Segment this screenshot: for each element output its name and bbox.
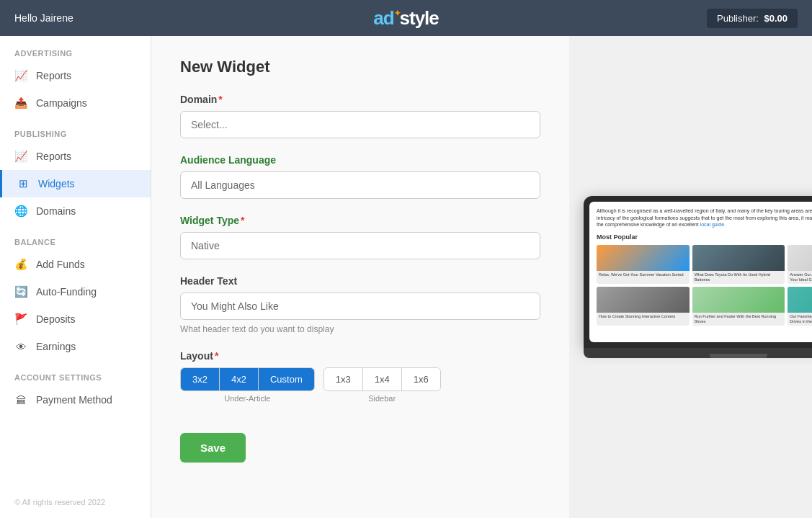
sidebar-section-advertising: Advertising [0, 36, 151, 62]
eye-icon: 👁 [14, 340, 27, 353]
topbar-logo: ad✦style [373, 7, 439, 30]
sidebar-item-auto-funding[interactable]: 🔄 Auto-Funding [0, 278, 151, 305]
audience-language-label: Audience Language [180, 154, 540, 166]
mock-card-nature: Our Favorite Road Trips From the Most Be… [788, 287, 812, 326]
sidebar-item-campaigns[interactable]: 📤 Campaigns [0, 89, 151, 117]
sidebar-item-label: Domains [36, 205, 76, 217]
sidebar-section-publishing: Publishing [0, 117, 151, 143]
layout-btn-custom[interactable]: Custom [259, 368, 314, 390]
sidebar-item-domains[interactable]: 🌐 Domains [0, 197, 151, 225]
sidebar-item-label: Widgets [38, 178, 75, 189]
sidebar-item-reports-publishing[interactable]: 📈 Reports [0, 143, 151, 170]
logo-dot: ✦ [394, 9, 400, 17]
share-icon: 📤 [14, 97, 27, 110]
mock-card-shoes: Run Further and Faster With the Best Run… [692, 287, 785, 326]
sidebar-section-account: Account Settings [0, 360, 151, 386]
domain-input[interactable] [180, 111, 540, 138]
sidebar-item-label: Add Funds [36, 259, 85, 270]
header-text-label: Header Text [180, 275, 540, 287]
layout-under-article: 3x2 4x2 Custom Under-Article [180, 367, 315, 403]
sidebar-section-balance: Balance [0, 225, 151, 251]
logo-ad: ad [373, 7, 393, 29]
layout-group: Layout* 3x2 4x2 Custom Under-Article [180, 350, 540, 403]
header-text-group: Header Text What header text do you want… [180, 275, 540, 334]
sidebar-item-payment-method[interactable]: 🏛 Payment Method [0, 386, 151, 414]
domain-group: Domain* [180, 94, 540, 138]
logo-style: style [400, 7, 439, 29]
sidebar-item-add-funds[interactable]: 💰 Add Funds [0, 251, 151, 278]
flag-icon: 🚩 [14, 313, 27, 326]
mock-grid-top: Relax, We've Got Your Summer Vacation So… [597, 245, 812, 284]
layout-btn-1x4[interactable]: 1x4 [363, 368, 402, 390]
sidebar-item-label: Reports [36, 70, 71, 81]
form-area: New Widget Domain* Audience Language Wid… [151, 36, 569, 518]
mock-card-beach: Relax, We've Got Your Summer Vacation So… [597, 245, 690, 284]
layout-label: Layout* [180, 350, 540, 362]
sidebar-item-deposits[interactable]: 🚩 Deposits [0, 305, 151, 333]
sidebar-buttons: 1x3 1x4 1x6 [324, 367, 441, 391]
widget-type-input[interactable] [180, 232, 540, 259]
chart-icon-2: 📈 [14, 150, 27, 163]
mock-grid-bottom: How to Create Stunning Interactive Conte… [597, 287, 812, 326]
bank-icon: 🏛 [14, 393, 27, 406]
layout-btn-3x2[interactable]: 3x2 [181, 368, 220, 390]
sidebar-item-label: Auto-Funding [36, 286, 97, 298]
sidebar-item-label: Payment Method [36, 394, 112, 406]
chart-icon: 📈 [14, 69, 27, 82]
sidebar-item-widgets[interactable]: ⊞ Widgets [0, 170, 151, 197]
sidebar-footer: © All rights reserved 2022 [0, 486, 151, 518]
widget-type-group: Widget Type* [180, 215, 540, 259]
laptop-preview: Although it is recognised as a well-trav… [584, 196, 812, 359]
sidebar-item-label: Reports [36, 151, 71, 162]
sidebar-label: Sidebar [368, 394, 396, 403]
layout-btn-4x2[interactable]: 4x2 [220, 368, 259, 390]
mock-card-camera: How to Create Stunning Interactive Conte… [597, 287, 690, 326]
sidebar-item-label: Campaigns [36, 97, 87, 109]
mock-card-car: What Does Toyota Do With Its Used Hybrid… [692, 245, 785, 284]
domain-label: Domain* [180, 94, 540, 105]
sidebar-item-reports-advertising[interactable]: 📈 Reports [0, 62, 151, 89]
sidebar-item-label: Earnings [36, 341, 76, 352]
layout-btn-1x3[interactable]: 1x3 [324, 368, 363, 390]
topbar: Hello Jairene ad✦style Publisher: $0.00 [0, 0, 812, 36]
save-button[interactable]: Save [180, 433, 246, 463]
sidebar-item-earnings[interactable]: 👁 Earnings [0, 333, 151, 360]
audience-language-input[interactable] [180, 171, 540, 199]
layout-btn-1x6[interactable]: 1x6 [402, 368, 440, 390]
header-text-input[interactable] [180, 293, 540, 320]
layout-sidebar: 1x3 1x4 1x6 Sidebar [324, 367, 441, 403]
mock-brand: ... by ad⚙style [597, 329, 812, 336]
publisher-info: Publisher: $0.00 [707, 9, 798, 28]
widgets-icon: ⊞ [17, 177, 30, 190]
header-hint: What header text do you want to display [180, 324, 540, 334]
widget-type-label: Widget Type* [180, 215, 540, 226]
mock-card-eye: Answer Our Advanced Algorithm Quiz to Fi… [788, 245, 812, 284]
globe-icon: 🌐 [14, 205, 27, 218]
sidebar-item-label: Deposits [36, 313, 75, 325]
sidebar: Advertising 📈 Reports 📤 Campaigns Publis… [0, 36, 151, 518]
topbar-greeting: Hello Jairene [14, 12, 73, 24]
under-article-buttons: 3x2 4x2 Custom [180, 367, 315, 391]
money-icon: 💰 [14, 258, 27, 271]
mock-article-content: Although it is recognised as a well-trav… [589, 202, 812, 343]
form-title: New Widget [180, 58, 540, 76]
mock-section-title: Most Popular [597, 233, 812, 242]
under-article-label: Under-Article [224, 394, 270, 403]
audience-language-group: Audience Language [180, 154, 540, 199]
refresh-icon: 🔄 [14, 285, 27, 298]
preview-area: Although it is recognised as a well-trav… [569, 36, 812, 518]
laptop-base [584, 348, 812, 358]
